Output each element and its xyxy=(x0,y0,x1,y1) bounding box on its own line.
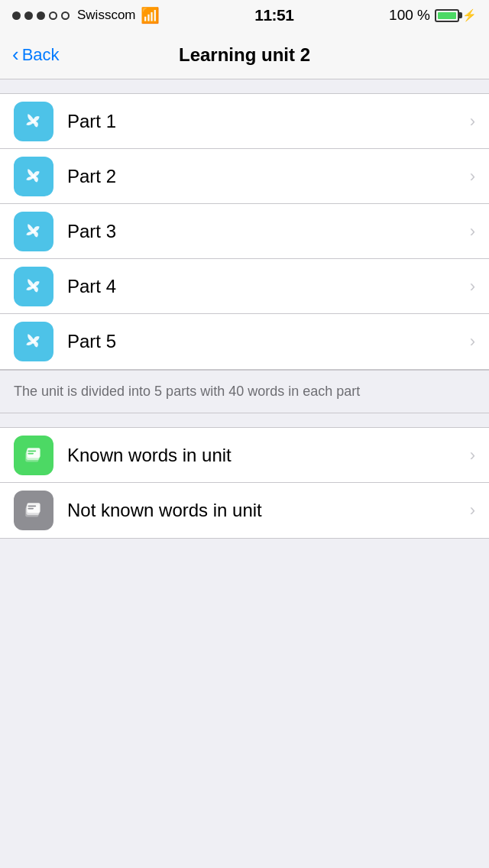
not-known-words-icon xyxy=(14,491,53,530)
svg-rect-13 xyxy=(28,506,36,507)
part-2-label: Part 2 xyxy=(67,166,470,187)
card-stack-icon xyxy=(22,500,45,521)
list-item[interactable]: Part 2 › xyxy=(0,149,489,204)
part-icon-4 xyxy=(14,267,53,306)
parts-list: Part 1 › Part 2 › Part 3 › xyxy=(0,93,489,370)
battery-wrapper: ⚡ xyxy=(435,8,477,22)
chevron-right-icon: › xyxy=(470,112,475,131)
battery-fill xyxy=(438,12,456,19)
chevron-right-icon: › xyxy=(470,332,475,351)
battery-icon xyxy=(435,9,459,22)
description-text: The unit is divided into 5 parts with 40… xyxy=(14,384,360,399)
known-words-icon xyxy=(14,436,53,475)
description-section: The unit is divided into 5 parts with 40… xyxy=(0,370,489,413)
list-item[interactable]: Part 5 › xyxy=(0,314,489,369)
chevron-right-icon: › xyxy=(470,277,475,296)
part-icon-1 xyxy=(14,102,53,141)
back-button[interactable]: ‹ Back xyxy=(12,45,60,65)
bolt-icon: ⚡ xyxy=(462,8,477,22)
page-title: Learning unit 2 xyxy=(179,44,310,66)
part-icon-3 xyxy=(14,212,53,251)
signal-dots xyxy=(12,11,70,20)
wifi-icon: 📶 xyxy=(141,6,160,24)
part-5-label: Part 5 xyxy=(67,331,470,352)
known-words-label: Known words in unit xyxy=(67,445,470,466)
carrier-label: Swisscom xyxy=(77,8,136,23)
time-display: 11:51 xyxy=(254,6,293,24)
chevron-right-icon: › xyxy=(470,500,475,520)
svg-rect-9 xyxy=(28,452,34,454)
nav-bar: ‹ Back Learning unit 2 xyxy=(0,31,489,79)
list-item[interactable]: Part 4 › xyxy=(0,259,489,314)
part-1-label: Part 1 xyxy=(67,111,470,132)
chevron-right-icon: › xyxy=(470,167,475,186)
dot-2 xyxy=(24,11,33,20)
list-item[interactable]: Known words in unit › xyxy=(0,428,489,483)
pinwheel-icon xyxy=(22,111,45,132)
chevron-right-icon: › xyxy=(470,222,475,241)
part-4-label: Part 4 xyxy=(67,276,470,297)
pinwheel-icon xyxy=(22,166,45,187)
section-gap-2 xyxy=(0,413,489,427)
part-icon-2 xyxy=(14,157,53,196)
section-gap-1 xyxy=(0,79,489,93)
word-items-list: Known words in unit › Not known words in… xyxy=(0,427,489,539)
svg-rect-8 xyxy=(28,450,36,452)
pinwheel-icon xyxy=(22,276,45,297)
bottom-area xyxy=(0,539,489,868)
part-3-label: Part 3 xyxy=(67,221,470,242)
pinwheel-icon xyxy=(22,221,45,242)
battery-percent: 100 % xyxy=(389,7,430,24)
card-stack-icon xyxy=(22,445,45,466)
pinwheel-icon xyxy=(22,331,45,352)
status-right: 100 % ⚡ xyxy=(389,7,477,24)
status-bar: Swisscom 📶 11:51 100 % ⚡ xyxy=(0,0,489,31)
dot-1 xyxy=(12,11,21,20)
chevron-right-icon: › xyxy=(470,445,475,465)
part-icon-5 xyxy=(14,322,53,361)
back-label[interactable]: Back xyxy=(22,45,60,65)
list-item[interactable]: Part 3 › xyxy=(0,204,489,259)
list-item[interactable]: Part 1 › xyxy=(0,94,489,149)
not-known-words-label: Not known words in unit xyxy=(67,500,470,521)
list-item[interactable]: Not known words in unit › xyxy=(0,483,489,538)
back-chevron-icon: ‹ xyxy=(12,44,19,64)
dot-4 xyxy=(49,11,57,20)
dot-5 xyxy=(61,11,70,20)
dot-3 xyxy=(37,11,45,20)
svg-rect-14 xyxy=(28,508,34,510)
status-left: Swisscom 📶 xyxy=(12,6,160,24)
